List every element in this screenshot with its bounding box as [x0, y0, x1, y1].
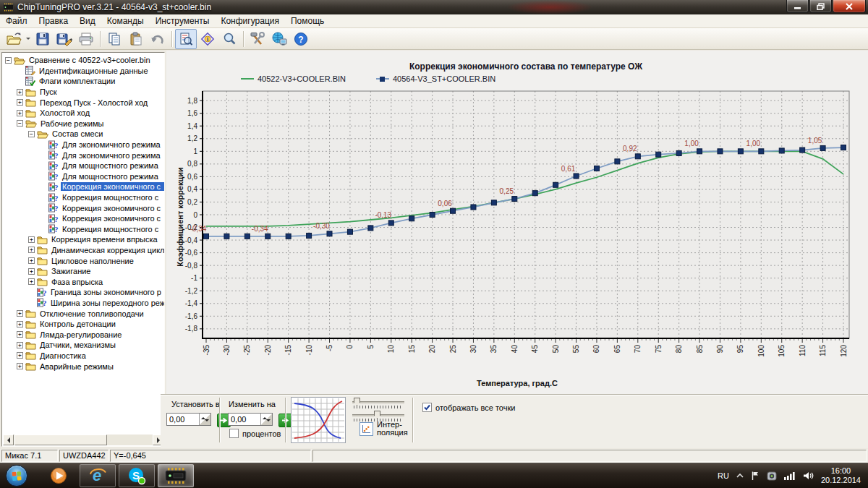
- tree-item-12[interactable]: ?Коррекция экономичного с: [2, 181, 164, 192]
- menu-item-configuration[interactable]: Конфигурация: [215, 15, 285, 27]
- taskbar-app-media-player[interactable]: [41, 464, 77, 487]
- chart-plot[interactable]: -1,8-1,6-1,4-1,2-1-0,8-0,6-0,4-0,200,20,…: [172, 87, 859, 370]
- change-by-spinner[interactable]: [260, 414, 272, 425]
- tree-item-16[interactable]: ?Коррекция мощностного с: [2, 224, 164, 235]
- tree-expander[interactable]: +: [17, 89, 23, 95]
- tree-item-11[interactable]: ?Для мощностного режима: [2, 171, 164, 182]
- tree-expander[interactable]: +: [17, 110, 23, 116]
- tree-item-13[interactable]: ?Коррекция мощностного с: [2, 192, 164, 203]
- tree-item-28[interactable]: +Диагностика: [2, 351, 164, 361]
- tree-expander[interactable]: +: [28, 236, 35, 243]
- scroll-thumb[interactable]: [14, 435, 107, 445]
- toolbar-network-button[interactable]: [268, 29, 290, 49]
- expand-arrow-icon[interactable]: [736, 473, 744, 479]
- slider-thumb[interactable]: [374, 411, 380, 419]
- toolbar-undo-button[interactable]: [147, 29, 169, 49]
- toolbar-print-button[interactable]: [75, 29, 97, 49]
- tree-item-4[interactable]: +Переход Пуск - Холостой ход: [2, 97, 164, 108]
- toolbar-save-button[interactable]: [32, 29, 54, 49]
- tree-expander[interactable]: +: [17, 310, 23, 317]
- menu-item-help[interactable]: Помощь: [285, 15, 330, 27]
- set-to-spinner[interactable]: [199, 414, 210, 425]
- menu-item-commands[interactable]: Команды: [101, 15, 150, 27]
- slider-thumb[interactable]: [354, 398, 360, 406]
- tree-expander[interactable]: +: [28, 278, 35, 285]
- tree-expander[interactable]: +: [28, 257, 35, 264]
- scale-slider-1[interactable]: [352, 397, 404, 408]
- tree-item-17[interactable]: +Коррекция времени впрыска: [2, 234, 164, 245]
- tree-item-27[interactable]: +Датчики, механизмы: [2, 340, 164, 351]
- tree-item-5[interactable]: +Холостой ход: [2, 108, 164, 119]
- toolbar-open-button[interactable]: [3, 29, 25, 49]
- language-indicator[interactable]: RU: [718, 471, 729, 480]
- tree-item-2[interactable]: Флаги комплектации: [2, 76, 164, 87]
- tree-item-29[interactable]: +Аварийные режимы: [2, 361, 164, 372]
- scroll-left-button[interactable]: [3, 435, 14, 445]
- tree-item-1[interactable]: Идентификационные данные: [2, 66, 164, 77]
- tree-item-7[interactable]: −Состав смеси: [2, 129, 164, 140]
- tree-item-14[interactable]: ?Коррекция экономичного с: [2, 202, 164, 213]
- start-button[interactable]: [6, 465, 27, 487]
- tree-expander[interactable]: +: [17, 331, 23, 338]
- change-by-value[interactable]: 0,00: [229, 414, 260, 425]
- menu-item-file[interactable]: Файл: [0, 15, 33, 27]
- toolbar-info-button[interactable]: i: [197, 29, 218, 49]
- restore-button[interactable]: [809, 0, 832, 13]
- tree-item-20[interactable]: +Зажигание: [2, 266, 164, 277]
- tree-item-0[interactable]: −Сравнение с 40522-v3+cooler.bin: [2, 55, 164, 66]
- interpolation-button[interactable]: [359, 422, 373, 436]
- tree-expander[interactable]: +: [17, 342, 23, 348]
- tree-item-18[interactable]: +Динамическая коррекция цикл: [2, 245, 164, 256]
- taskbar-app-skype[interactable]: S: [119, 464, 155, 487]
- toolbar-copy-button[interactable]: [103, 29, 125, 49]
- scroll-track[interactable]: [107, 435, 153, 445]
- tree-item-24[interactable]: +Отключение топливоподачи: [2, 308, 164, 319]
- open-dropdown-arrow[interactable]: [25, 30, 32, 48]
- menu-item-tools[interactable]: Инструменты: [150, 15, 216, 27]
- tree-expander[interactable]: −: [5, 57, 12, 64]
- percent-checkbox[interactable]: [229, 429, 239, 438]
- agent-icon[interactable]: [767, 471, 777, 481]
- close-button[interactable]: [833, 0, 866, 13]
- curves-tool-button[interactable]: [291, 397, 346, 443]
- taskbar-clock[interactable]: 16:00 20.12.2014: [821, 466, 861, 485]
- tree-expander[interactable]: −: [17, 120, 23, 127]
- tree-item-19[interactable]: +Цикловое наполнение: [2, 255, 164, 266]
- tree-horizontal-scrollbar[interactable]: [3, 435, 163, 445]
- toolbar-help-button[interactable]: ?: [290, 29, 312, 49]
- tree-item-21[interactable]: +Фаза впрыска: [2, 276, 164, 287]
- tree-item-6[interactable]: −Рабочие режимы: [2, 119, 164, 129]
- toolbar-save-as-button[interactable]: [54, 29, 75, 49]
- show-all-points-checkbox[interactable]: [422, 403, 432, 412]
- tree-item-10[interactable]: ?Для мощностного режима: [2, 160, 164, 171]
- toolbar-compare-button[interactable]: [175, 29, 197, 49]
- tree-expander[interactable]: +: [17, 99, 23, 106]
- tree-expander[interactable]: −: [28, 131, 35, 137]
- tree-expander[interactable]: +: [28, 247, 35, 253]
- tree-item-22[interactable]: ?Граница зоны экономичного р: [2, 287, 164, 298]
- tree-expander[interactable]: +: [17, 321, 23, 328]
- set-to-spinedit[interactable]: 0,00: [166, 413, 211, 426]
- set-to-value[interactable]: 0,00: [167, 414, 199, 425]
- tree-expander[interactable]: +: [28, 268, 35, 275]
- tree-item-25[interactable]: +Контроль детонации: [2, 319, 164, 330]
- menu-item-view[interactable]: Вид: [74, 15, 101, 27]
- tree-expander[interactable]: +: [17, 363, 23, 369]
- tree-item-3[interactable]: +Пуск: [2, 87, 164, 98]
- minimize-button[interactable]: [786, 0, 809, 13]
- tree-expander[interactable]: +: [17, 352, 23, 359]
- signal-icon[interactable]: [784, 471, 796, 480]
- flag-icon[interactable]: [751, 471, 760, 481]
- tree-item-26[interactable]: +Лямда-регулирование: [2, 329, 164, 340]
- menu-item-edit[interactable]: Правка: [33, 15, 75, 27]
- toolbar-paste-button[interactable]: [125, 29, 147, 49]
- taskbar-app-internet-explorer[interactable]: e: [80, 464, 116, 487]
- toolbar-tools-button[interactable]: [247, 29, 268, 49]
- tree-item-9[interactable]: ?Для экономичного режима: [2, 150, 164, 160]
- toolbar-zoom-button[interactable]: [218, 29, 240, 49]
- volume-icon[interactable]: [803, 471, 814, 480]
- taskbar-app-chiptuning[interactable]: [158, 464, 194, 487]
- tree-item-23[interactable]: ?Ширина зоны переходного реж: [2, 298, 164, 309]
- tree-item-15[interactable]: ?Коррекция экономичного с: [2, 213, 164, 224]
- change-by-spinedit[interactable]: 0,00: [228, 413, 273, 426]
